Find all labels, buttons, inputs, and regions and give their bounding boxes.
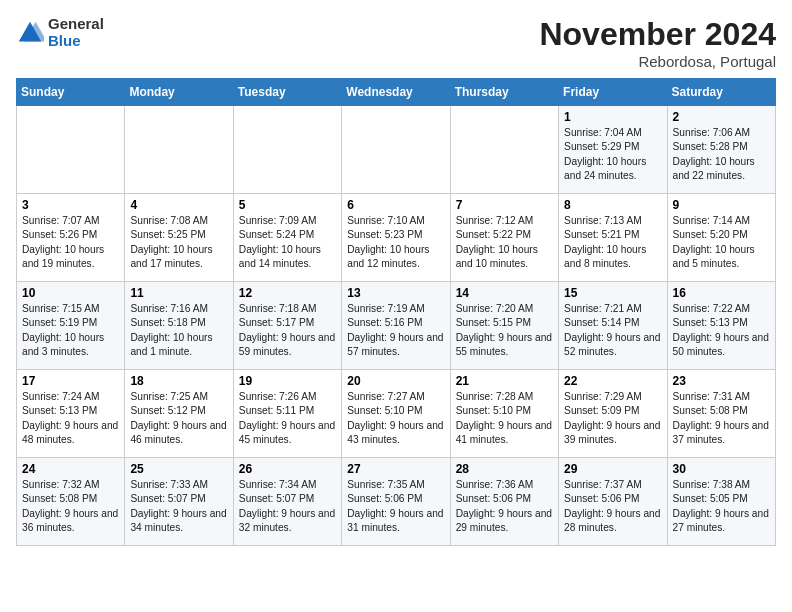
day-cell: 10Sunrise: 7:15 AM Sunset: 5:19 PM Dayli… (17, 282, 125, 370)
day-number: 12 (239, 286, 336, 300)
week-row-3: 10Sunrise: 7:15 AM Sunset: 5:19 PM Dayli… (17, 282, 776, 370)
day-number: 22 (564, 374, 661, 388)
location: Rebordosa, Portugal (539, 53, 776, 70)
day-number: 11 (130, 286, 227, 300)
day-info: Sunrise: 7:35 AM Sunset: 5:06 PM Dayligh… (347, 478, 444, 535)
logo-general-text: General (48, 16, 104, 33)
day-number: 19 (239, 374, 336, 388)
day-info: Sunrise: 7:33 AM Sunset: 5:07 PM Dayligh… (130, 478, 227, 535)
day-number: 1 (564, 110, 661, 124)
weekday-monday: Monday (125, 79, 233, 106)
day-cell: 8Sunrise: 7:13 AM Sunset: 5:21 PM Daylig… (559, 194, 667, 282)
day-cell: 21Sunrise: 7:28 AM Sunset: 5:10 PM Dayli… (450, 370, 558, 458)
day-info: Sunrise: 7:37 AM Sunset: 5:06 PM Dayligh… (564, 478, 661, 535)
day-cell: 6Sunrise: 7:10 AM Sunset: 5:23 PM Daylig… (342, 194, 450, 282)
day-info: Sunrise: 7:20 AM Sunset: 5:15 PM Dayligh… (456, 302, 553, 359)
weekday-sunday: Sunday (17, 79, 125, 106)
day-number: 2 (673, 110, 770, 124)
day-info: Sunrise: 7:25 AM Sunset: 5:12 PM Dayligh… (130, 390, 227, 447)
day-info: Sunrise: 7:29 AM Sunset: 5:09 PM Dayligh… (564, 390, 661, 447)
logo: General Blue (16, 16, 104, 49)
weekday-friday: Friday (559, 79, 667, 106)
week-row-2: 3Sunrise: 7:07 AM Sunset: 5:26 PM Daylig… (17, 194, 776, 282)
day-cell: 20Sunrise: 7:27 AM Sunset: 5:10 PM Dayli… (342, 370, 450, 458)
day-number: 15 (564, 286, 661, 300)
weekday-thursday: Thursday (450, 79, 558, 106)
day-cell (233, 106, 341, 194)
header: General Blue November 2024 Rebordosa, Po… (16, 16, 776, 70)
day-number: 17 (22, 374, 119, 388)
calendar: SundayMondayTuesdayWednesdayThursdayFrid… (16, 78, 776, 546)
day-cell: 17Sunrise: 7:24 AM Sunset: 5:13 PM Dayli… (17, 370, 125, 458)
day-cell: 23Sunrise: 7:31 AM Sunset: 5:08 PM Dayli… (667, 370, 775, 458)
day-info: Sunrise: 7:28 AM Sunset: 5:10 PM Dayligh… (456, 390, 553, 447)
day-info: Sunrise: 7:34 AM Sunset: 5:07 PM Dayligh… (239, 478, 336, 535)
day-info: Sunrise: 7:22 AM Sunset: 5:13 PM Dayligh… (673, 302, 770, 359)
day-number: 6 (347, 198, 444, 212)
day-info: Sunrise: 7:04 AM Sunset: 5:29 PM Dayligh… (564, 126, 661, 183)
day-number: 23 (673, 374, 770, 388)
day-info: Sunrise: 7:32 AM Sunset: 5:08 PM Dayligh… (22, 478, 119, 535)
day-info: Sunrise: 7:26 AM Sunset: 5:11 PM Dayligh… (239, 390, 336, 447)
day-info: Sunrise: 7:13 AM Sunset: 5:21 PM Dayligh… (564, 214, 661, 271)
day-number: 7 (456, 198, 553, 212)
day-cell: 28Sunrise: 7:36 AM Sunset: 5:06 PM Dayli… (450, 458, 558, 546)
day-number: 24 (22, 462, 119, 476)
day-info: Sunrise: 7:07 AM Sunset: 5:26 PM Dayligh… (22, 214, 119, 271)
day-info: Sunrise: 7:06 AM Sunset: 5:28 PM Dayligh… (673, 126, 770, 183)
day-number: 27 (347, 462, 444, 476)
day-number: 9 (673, 198, 770, 212)
day-info: Sunrise: 7:15 AM Sunset: 5:19 PM Dayligh… (22, 302, 119, 359)
day-number: 21 (456, 374, 553, 388)
day-cell: 19Sunrise: 7:26 AM Sunset: 5:11 PM Dayli… (233, 370, 341, 458)
day-number: 13 (347, 286, 444, 300)
day-number: 3 (22, 198, 119, 212)
weekday-tuesday: Tuesday (233, 79, 341, 106)
day-number: 5 (239, 198, 336, 212)
day-cell: 18Sunrise: 7:25 AM Sunset: 5:12 PM Dayli… (125, 370, 233, 458)
day-cell: 5Sunrise: 7:09 AM Sunset: 5:24 PM Daylig… (233, 194, 341, 282)
day-number: 20 (347, 374, 444, 388)
day-cell: 12Sunrise: 7:18 AM Sunset: 5:17 PM Dayli… (233, 282, 341, 370)
day-info: Sunrise: 7:08 AM Sunset: 5:25 PM Dayligh… (130, 214, 227, 271)
month-title: November 2024 (539, 16, 776, 53)
weekday-header-row: SundayMondayTuesdayWednesdayThursdayFrid… (17, 79, 776, 106)
week-row-5: 24Sunrise: 7:32 AM Sunset: 5:08 PM Dayli… (17, 458, 776, 546)
day-info: Sunrise: 7:31 AM Sunset: 5:08 PM Dayligh… (673, 390, 770, 447)
day-info: Sunrise: 7:36 AM Sunset: 5:06 PM Dayligh… (456, 478, 553, 535)
day-info: Sunrise: 7:38 AM Sunset: 5:05 PM Dayligh… (673, 478, 770, 535)
day-number: 29 (564, 462, 661, 476)
weekday-saturday: Saturday (667, 79, 775, 106)
day-cell: 1Sunrise: 7:04 AM Sunset: 5:29 PM Daylig… (559, 106, 667, 194)
day-number: 26 (239, 462, 336, 476)
day-cell (125, 106, 233, 194)
day-cell (17, 106, 125, 194)
day-info: Sunrise: 7:10 AM Sunset: 5:23 PM Dayligh… (347, 214, 444, 271)
day-cell: 4Sunrise: 7:08 AM Sunset: 5:25 PM Daylig… (125, 194, 233, 282)
day-info: Sunrise: 7:12 AM Sunset: 5:22 PM Dayligh… (456, 214, 553, 271)
day-number: 30 (673, 462, 770, 476)
day-info: Sunrise: 7:19 AM Sunset: 5:16 PM Dayligh… (347, 302, 444, 359)
calendar-body: 1Sunrise: 7:04 AM Sunset: 5:29 PM Daylig… (17, 106, 776, 546)
day-number: 16 (673, 286, 770, 300)
day-cell: 7Sunrise: 7:12 AM Sunset: 5:22 PM Daylig… (450, 194, 558, 282)
day-info: Sunrise: 7:16 AM Sunset: 5:18 PM Dayligh… (130, 302, 227, 359)
day-number: 28 (456, 462, 553, 476)
logo-icon (16, 19, 44, 47)
day-cell: 24Sunrise: 7:32 AM Sunset: 5:08 PM Dayli… (17, 458, 125, 546)
day-cell: 11Sunrise: 7:16 AM Sunset: 5:18 PM Dayli… (125, 282, 233, 370)
day-info: Sunrise: 7:27 AM Sunset: 5:10 PM Dayligh… (347, 390, 444, 447)
day-info: Sunrise: 7:21 AM Sunset: 5:14 PM Dayligh… (564, 302, 661, 359)
day-cell: 3Sunrise: 7:07 AM Sunset: 5:26 PM Daylig… (17, 194, 125, 282)
day-cell: 15Sunrise: 7:21 AM Sunset: 5:14 PM Dayli… (559, 282, 667, 370)
day-cell: 2Sunrise: 7:06 AM Sunset: 5:28 PM Daylig… (667, 106, 775, 194)
day-number: 18 (130, 374, 227, 388)
week-row-1: 1Sunrise: 7:04 AM Sunset: 5:29 PM Daylig… (17, 106, 776, 194)
day-info: Sunrise: 7:14 AM Sunset: 5:20 PM Dayligh… (673, 214, 770, 271)
day-number: 4 (130, 198, 227, 212)
day-cell: 25Sunrise: 7:33 AM Sunset: 5:07 PM Dayli… (125, 458, 233, 546)
day-info: Sunrise: 7:24 AM Sunset: 5:13 PM Dayligh… (22, 390, 119, 447)
weekday-wednesday: Wednesday (342, 79, 450, 106)
day-info: Sunrise: 7:09 AM Sunset: 5:24 PM Dayligh… (239, 214, 336, 271)
day-number: 8 (564, 198, 661, 212)
